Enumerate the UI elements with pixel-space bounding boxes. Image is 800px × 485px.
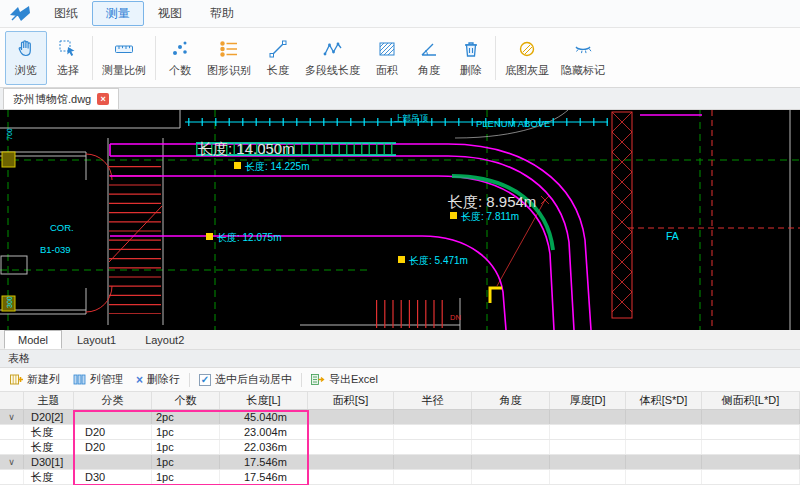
browse-button[interactable]: 浏览 [5,31,47,85]
table-panel-title-text: 表格 [8,351,30,366]
ribbon-separator [155,36,156,80]
header-length[interactable]: 长度[L] [220,392,308,409]
measure-flag-icon [234,162,241,169]
basemap-gray-button[interactable]: 底图灰显 [499,31,555,85]
table-row[interactable]: 长度 D30 1pc 17.546m [0,470,800,485]
tab-model[interactable]: Model [4,330,62,349]
cad-canvas[interactable]: 长度: 14.050m 长度: 14.225m 长度: 8.954m 长度: 7… [0,110,800,330]
polyline-length-button[interactable]: 多段线长度 [299,31,366,85]
new-column-button[interactable]: 新建列 [6,370,64,389]
cell-area [308,470,394,484]
table-row[interactable]: 长度 D20 1pc 23.004m [0,425,800,440]
area-button[interactable]: 面积 [366,31,408,85]
delete-label: 删除 [460,63,482,78]
dimension-label: 300 [6,296,13,308]
auto-center-checkbox[interactable]: ✓ 选中后自动居中 [195,370,296,389]
table-row[interactable]: ∨ D30[1] 1pc 17.546m [0,455,800,470]
toolbar-separator [301,373,302,387]
menu-bar: 图纸 测量 视图 帮助 [0,0,800,28]
length-button[interactable]: 长度 [257,31,299,85]
cell-radius [394,440,472,454]
cell-side-area [702,470,800,484]
header-thickness[interactable]: 厚度[D] [550,392,626,409]
cell-volume [626,470,702,484]
document-tab-title: 苏州博物馆.dwg [13,92,91,107]
measure-flag-icon [398,256,405,263]
plenum-label: PLENUM ABOVE [476,118,550,129]
length-line-icon [267,38,289,60]
shape-recognize-button[interactable]: 图形识别 [201,31,257,85]
tab-layout1[interactable]: Layout1 [63,330,130,349]
close-tab-icon[interactable]: × [97,93,109,105]
header-category[interactable]: 分类 [74,392,152,409]
cell-angle [472,410,550,424]
canvas-background [0,110,800,330]
polyline-length-label: 多段线长度 [305,63,360,78]
row-expand-icon[interactable]: ∨ [0,410,24,424]
export-excel-button[interactable]: 导出Excel [307,370,382,389]
cell-topic: 长度 [24,440,74,454]
angle-label: 角度 [418,63,440,78]
measure-scale-button[interactable]: 测量比例 [96,31,152,85]
recognize-list-icon [218,38,240,60]
select-button[interactable]: 选择 [47,31,89,85]
hide-marks-button[interactable]: 隐藏标记 [555,31,611,85]
count-button[interactable]: 个数 [159,31,201,85]
header-angle[interactable]: 角度 [472,392,550,409]
new-column-label: 新建列 [27,372,60,387]
ruler-icon [113,38,135,60]
column-manage-label: 列管理 [90,372,123,387]
cell-area [308,440,394,454]
cad-viewport[interactable]: 长度: 14.050m 长度: 14.225m 长度: 8.954m 长度: 7… [0,110,800,330]
gray-display-icon [516,38,538,60]
cell-angle [472,440,550,454]
table-row[interactable]: ∨ D20[2] 2pc 45.040m [0,410,800,425]
length-label: 长度 [267,63,289,78]
cell-length: 22.036m [220,440,308,454]
document-tab[interactable]: 苏州博物馆.dwg × [3,88,119,109]
header-area[interactable]: 面积[S] [308,392,394,409]
header-radius[interactable]: 半径 [394,392,472,409]
delete-button[interactable]: 删除 [450,31,492,85]
cell-length: 17.546m [220,455,308,469]
cell-area [308,425,394,439]
header-topic[interactable]: 主题 [24,392,74,409]
new-column-icon [10,373,23,386]
cell-count: 1pc [152,425,220,439]
cell-thickness [550,410,626,424]
angle-button[interactable]: 角度 [408,31,450,85]
column-manage-icon [73,373,86,386]
document-tab-bar: 苏州博物馆.dwg × [0,88,800,110]
cell-radius [394,470,472,484]
header-volume[interactable]: 体积[S*D] [626,392,702,409]
count-dots-icon [169,38,191,60]
measurement-label-large: 长度: 14.050m [198,140,295,157]
menu-item-help[interactable]: 帮助 [196,1,248,26]
area-hatch-icon [376,38,398,60]
column-manage-button[interactable]: 列管理 [69,370,127,389]
table-row[interactable]: 长度 D20 1pc 22.036m [0,440,800,455]
cell-area [308,455,394,469]
select-label: 选择 [57,63,79,78]
cell-topic: 长度 [24,470,74,484]
cell-radius [394,425,472,439]
angle-icon [418,38,440,60]
tab-layout2[interactable]: Layout2 [131,330,198,349]
header-count[interactable]: 个数 [152,392,220,409]
menu-item-drawing[interactable]: 图纸 [40,1,92,26]
delete-row-button[interactable]: × 删除行 [132,370,184,389]
menu-item-measure[interactable]: 测量 [92,1,144,26]
header-side-area[interactable]: 侧面积[L*D] [702,392,800,409]
cell-thickness [550,440,626,454]
basemap-gray-label: 底图灰显 [505,63,549,78]
cell-topic: D20[2] [24,410,74,424]
cell-angle [472,425,550,439]
cell-angle [472,470,550,484]
menu-item-view[interactable]: 视图 [144,1,196,26]
check-icon: ✓ [201,375,209,385]
checkbox-checked-icon[interactable]: ✓ [199,374,211,386]
measurement-label: 长度: 5.471m [409,255,468,266]
closed-eye-icon [572,38,594,60]
row-expand-icon[interactable]: ∨ [0,455,24,469]
cell-length: 17.546m [220,470,308,484]
